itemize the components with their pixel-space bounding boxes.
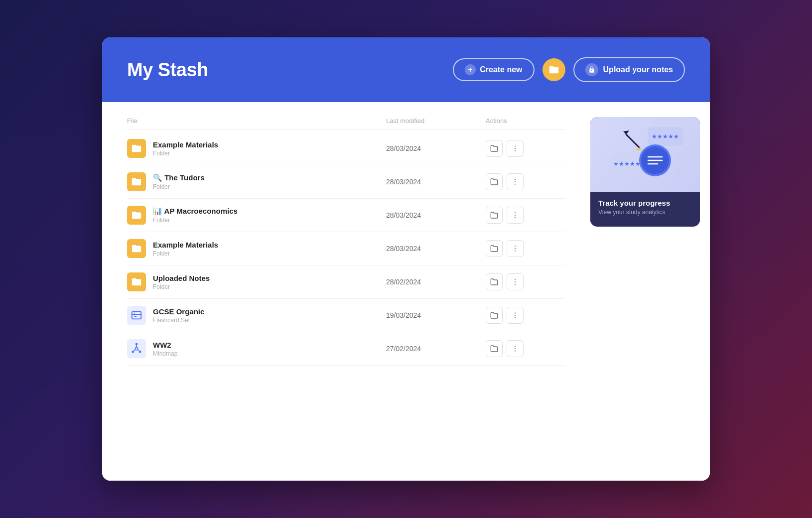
file-type: Flashcard Set	[153, 317, 204, 324]
svg-point-31	[515, 351, 516, 352]
header: My Stash + Create new Upload your notes	[102, 37, 710, 102]
move-button[interactable]	[486, 140, 503, 157]
move-button[interactable]	[486, 273, 503, 290]
move-button[interactable]	[486, 307, 503, 324]
svg-marker-36	[636, 173, 643, 178]
folder-move-icon	[490, 278, 498, 286]
table-row[interactable]: Example Materials Folder 28/03/2024	[127, 132, 565, 165]
svg-point-6	[515, 212, 516, 213]
file-info: Uploaded Notes Folder	[127, 272, 386, 291]
row-actions	[486, 173, 565, 190]
table-row[interactable]: WW2 Mindmap 27/02/2024	[127, 332, 565, 366]
upload-notes-button[interactable]: Upload your notes	[573, 57, 685, 82]
svg-point-7	[515, 215, 516, 216]
file-type: Folder	[153, 283, 210, 290]
create-new-button[interactable]: + Create new	[453, 58, 534, 81]
progress-subtitle: View your study analytics	[598, 209, 692, 216]
more-options-button[interactable]	[507, 173, 524, 190]
svg-point-28	[132, 351, 134, 353]
svg-rect-15	[132, 312, 141, 319]
svg-point-29	[515, 346, 516, 347]
table-header: File Last modified Actions	[127, 117, 565, 130]
svg-point-22	[135, 347, 138, 350]
file-info: WW2 Mindmap	[127, 339, 386, 358]
file-name: WW2	[153, 341, 177, 349]
file-name: GCSE Organic	[153, 307, 204, 316]
folder-button[interactable]	[542, 58, 565, 81]
last-modified: 19/03/2024	[386, 311, 486, 319]
col-file: File	[127, 117, 386, 125]
more-icon	[511, 178, 519, 186]
table-row[interactable]: 1 GCSE Organic Flashcard Set 19/03/2024	[127, 299, 565, 332]
table-row[interactable]: 🔍 The Tudors Folder 28/03/2024	[127, 165, 565, 199]
move-button[interactable]	[486, 173, 503, 190]
file-type: Mindmap	[153, 350, 177, 357]
folder-move-icon	[490, 345, 498, 353]
upload-icon	[585, 63, 598, 76]
svg-point-19	[515, 312, 516, 313]
svg-point-30	[515, 348, 516, 349]
move-button[interactable]	[486, 340, 503, 357]
svg-point-2	[515, 150, 516, 151]
svg-point-4	[515, 181, 516, 182]
file-name: Example Materials	[153, 140, 218, 149]
upload-notes-label: Upload your notes	[603, 65, 673, 74]
file-name: 📊 AP Macroeconomics	[153, 207, 238, 216]
row-actions	[486, 207, 565, 224]
svg-point-3	[515, 179, 516, 180]
folder-icon	[127, 172, 146, 191]
table-row[interactable]: Uploaded Notes Folder 28/02/2024	[127, 265, 565, 299]
svg-line-43	[626, 134, 639, 147]
file-table: File Last modified Actions Example Mater…	[102, 102, 590, 481]
mindmap-icon	[127, 339, 146, 358]
svg-point-13	[515, 281, 516, 282]
file-type: Folder	[153, 150, 218, 157]
table-row[interactable]: Example Materials Folder 28/03/2024	[127, 232, 565, 265]
folder-icon	[127, 139, 146, 158]
flashcard-icon: 1	[127, 306, 146, 325]
svg-point-21	[515, 317, 516, 318]
folder-icon	[127, 239, 146, 258]
table-row[interactable]: 📊 AP Macroeconomics Folder 28/03/2024	[127, 199, 565, 232]
move-button[interactable]	[486, 207, 503, 224]
last-modified: 28/03/2024	[386, 245, 486, 253]
more-options-button[interactable]	[507, 207, 524, 224]
progress-title: Track your progress	[598, 199, 692, 207]
page-title: My Stash	[127, 59, 208, 81]
more-options-button[interactable]	[507, 307, 524, 324]
content: File Last modified Actions Example Mater…	[102, 102, 710, 481]
progress-text-block: Track your progress View your study anal…	[590, 192, 700, 223]
folder-move-icon	[490, 245, 498, 253]
file-info: 1 GCSE Organic Flashcard Set	[127, 306, 386, 325]
svg-point-8	[515, 217, 516, 218]
folder-move-icon	[490, 311, 498, 319]
more-options-button[interactable]	[507, 273, 524, 290]
last-modified: 27/02/2024	[386, 345, 486, 353]
last-modified: 28/03/2024	[386, 211, 486, 219]
svg-marker-45	[636, 147, 642, 150]
svg-point-24	[136, 343, 137, 345]
file-type: Folder	[153, 250, 218, 257]
more-options-button[interactable]	[507, 340, 524, 357]
more-icon	[511, 245, 519, 253]
last-modified: 28/03/2024	[386, 178, 486, 186]
last-modified: 28/02/2024	[386, 278, 486, 286]
svg-point-12	[515, 279, 516, 280]
svg-point-0	[515, 145, 516, 146]
folder-icon	[548, 64, 559, 75]
file-name: Example Materials	[153, 241, 218, 249]
folder-icon	[127, 272, 146, 291]
col-modified: Last modified	[386, 117, 486, 125]
plus-icon: +	[465, 64, 476, 75]
more-icon	[511, 278, 519, 286]
svg-text:★★★★★: ★★★★★	[613, 160, 641, 167]
file-info: 📊 AP Macroeconomics Folder	[127, 206, 386, 225]
svg-point-1	[515, 148, 516, 149]
more-options-button[interactable]	[507, 140, 524, 157]
progress-card[interactable]: ★★★★★ ★★★★★	[590, 117, 700, 227]
move-button[interactable]	[486, 240, 503, 257]
more-icon	[511, 311, 519, 319]
file-name: 🔍 The Tudors	[153, 173, 205, 182]
more-options-button[interactable]	[507, 240, 524, 257]
row-actions	[486, 273, 565, 290]
